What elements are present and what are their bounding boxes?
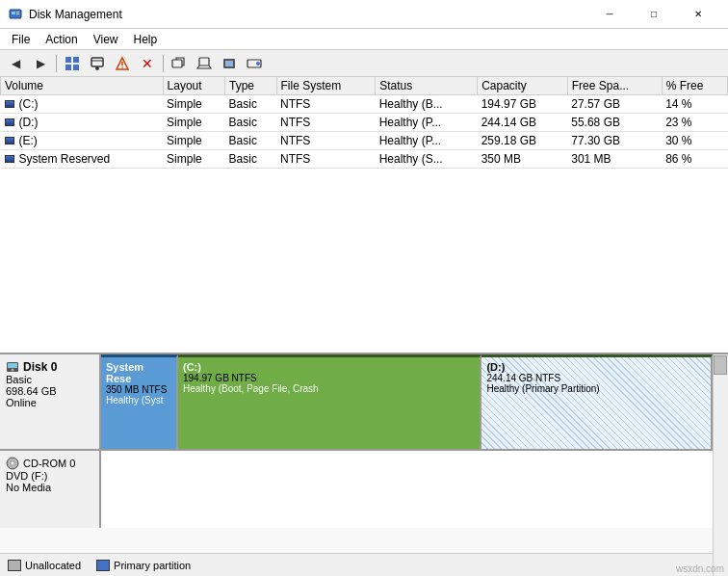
table-cell: NTFS xyxy=(276,132,376,150)
col-freespace[interactable]: Free Spa... xyxy=(567,77,662,95)
svg-point-21 xyxy=(12,369,14,372)
table-cell: 23 % xyxy=(662,114,727,132)
svg-rect-8 xyxy=(91,58,103,66)
table-cell: (C:) xyxy=(1,95,164,114)
table-cell: 77.30 GB xyxy=(567,132,662,150)
table-cell: 194.97 GB xyxy=(478,95,568,114)
table-cell: 30 % xyxy=(662,132,727,150)
svg-rect-6 xyxy=(65,65,71,70)
table-cell: Basic xyxy=(225,95,276,114)
toolbar-btn-5[interactable] xyxy=(111,53,134,74)
svg-rect-22 xyxy=(8,363,17,368)
disk-visual-area: Disk 0 Basic 698.64 GB Online System Res… xyxy=(0,354,728,576)
minimize-button[interactable]: ─ xyxy=(587,0,632,29)
table-cell: 86 % xyxy=(662,150,727,169)
toolbar-btn-3[interactable] xyxy=(61,53,84,74)
table-cell: 55.68 GB xyxy=(567,114,662,132)
table-cell: Healthy (P... xyxy=(376,114,478,132)
toolbar-sep-1 xyxy=(56,55,57,72)
menu-action[interactable]: Action xyxy=(38,31,85,48)
app-icon xyxy=(8,7,23,22)
table-cell: Simple xyxy=(163,132,224,150)
table-cell: 350 MB xyxy=(478,150,568,169)
toolbar-btn-10[interactable] xyxy=(243,53,266,74)
col-layout[interactable]: Layout xyxy=(163,77,224,95)
svg-rect-1 xyxy=(12,12,15,14)
table-cell: 259.18 GB xyxy=(478,132,568,150)
delete-button[interactable]: ✕ xyxy=(136,53,159,74)
toolbar: ◀ ▶ ✕ xyxy=(0,50,728,77)
table-cell: Healthy (P... xyxy=(376,132,478,150)
d-part-status: Healthy (Primary Partition) xyxy=(486,383,706,394)
col-capacity[interactable]: Capacity xyxy=(478,77,568,95)
svg-rect-17 xyxy=(225,61,233,66)
table-row[interactable]: (C:)SimpleBasicNTFSHealthy (B...194.97 G… xyxy=(1,95,728,114)
window-title: Disk Management xyxy=(29,8,587,21)
watermark: wsxdn.com xyxy=(676,563,724,574)
maximize-button[interactable]: □ xyxy=(632,0,676,29)
menu-file[interactable]: File xyxy=(4,31,38,48)
col-fs[interactable]: File System xyxy=(276,77,376,95)
disk0-partitions: System Rese 350 MB NTFS Healthy (Syst (C… xyxy=(101,354,713,449)
partition-d[interactable]: (D:) 244.14 GB NTFS Healthy (Primary Par… xyxy=(481,354,713,449)
col-status[interactable]: Status xyxy=(376,77,478,95)
window-controls[interactable]: ─ □ ✕ xyxy=(587,0,720,29)
disk0-status: Online xyxy=(6,397,93,408)
table-cell: (E:) xyxy=(1,132,164,150)
svg-rect-3 xyxy=(16,13,19,14)
table-cell: NTFS xyxy=(276,150,376,169)
col-type[interactable]: Type xyxy=(225,77,276,95)
scrollbar-thumb[interactable] xyxy=(714,355,727,375)
menu-help[interactable]: Help xyxy=(126,31,166,48)
svg-rect-2 xyxy=(16,12,19,13)
title-bar: Disk Management ─ □ ✕ xyxy=(0,0,728,29)
col-volume[interactable]: Volume xyxy=(1,77,164,95)
toolbar-sep-2 xyxy=(163,55,164,72)
back-button[interactable]: ◀ xyxy=(4,53,27,74)
disk0-size: 698.64 GB xyxy=(6,385,93,397)
table-cell: Healthy (S... xyxy=(376,150,478,169)
table-cell: Basic xyxy=(225,150,276,169)
forward-button[interactable]: ▶ xyxy=(29,53,52,74)
table-area[interactable]: Volume Layout Type File System Status Ca… xyxy=(0,77,728,354)
disk0-name: Disk 0 xyxy=(6,360,93,374)
svg-point-19 xyxy=(256,62,260,65)
table-cell: NTFS xyxy=(276,95,376,114)
toolbar-btn-7[interactable] xyxy=(168,53,191,74)
table-cell: 14 % xyxy=(662,95,727,114)
menu-view[interactable]: View xyxy=(86,31,126,48)
cdrom0-status: No Media xyxy=(6,482,93,493)
table-row[interactable]: (D:)SimpleBasicNTFSHealthy (P...244.14 G… xyxy=(1,114,728,132)
main-container: Volume Layout Type File System Status Ca… xyxy=(0,77,728,576)
cdrom0-label: CD-ROM 0 DVD (F:) No Media xyxy=(0,451,101,528)
toolbar-btn-9[interactable] xyxy=(218,53,241,74)
menu-bar: File Action View Help xyxy=(0,29,728,50)
legend-unalloc-label: Unallocated xyxy=(25,560,81,571)
col-pctfree[interactable]: % Free xyxy=(662,77,727,95)
table-cell: 244.14 GB xyxy=(478,114,568,132)
svg-rect-4 xyxy=(65,57,71,63)
table-row[interactable]: System ReservedSimpleBasicNTFSHealthy (S… xyxy=(1,150,728,169)
disk0-label: Disk 0 Basic 698.64 GB Online xyxy=(0,354,101,449)
table-cell: Healthy (B... xyxy=(376,95,478,114)
partition-c[interactable]: (C:) 194.97 GB NTFS Healthy (Boot, Page … xyxy=(178,354,481,449)
toolbar-btn-4[interactable] xyxy=(86,53,109,74)
table-row[interactable]: (E:)SimpleBasicNTFSHealthy (P...259.18 G… xyxy=(1,132,728,150)
partition-system-reserved[interactable]: System Rese 350 MB NTFS Healthy (Syst xyxy=(101,354,178,449)
vertical-scrollbar[interactable] xyxy=(713,354,728,576)
disk0-row: Disk 0 Basic 698.64 GB Online System Res… xyxy=(0,354,713,451)
toolbar-btn-8[interactable] xyxy=(193,53,216,74)
table-cell: Basic xyxy=(225,132,276,150)
system-part-size: 350 MB NTFS xyxy=(106,384,171,395)
close-button[interactable]: ✕ xyxy=(676,0,720,29)
svg-rect-7 xyxy=(73,65,79,70)
d-part-size: 244.14 GB NTFS xyxy=(486,373,706,383)
table-cell: System Reserved xyxy=(1,150,164,169)
table-cell: NTFS xyxy=(276,114,376,132)
svg-point-13 xyxy=(121,66,123,68)
svg-rect-15 xyxy=(199,58,209,65)
volumes-table: Volume Layout Type File System Status Ca… xyxy=(0,77,728,169)
table-cell: (D:) xyxy=(1,114,164,132)
d-part-name: (D:) xyxy=(486,361,706,373)
cdrom0-row: CD-ROM 0 DVD (F:) No Media xyxy=(0,451,713,528)
